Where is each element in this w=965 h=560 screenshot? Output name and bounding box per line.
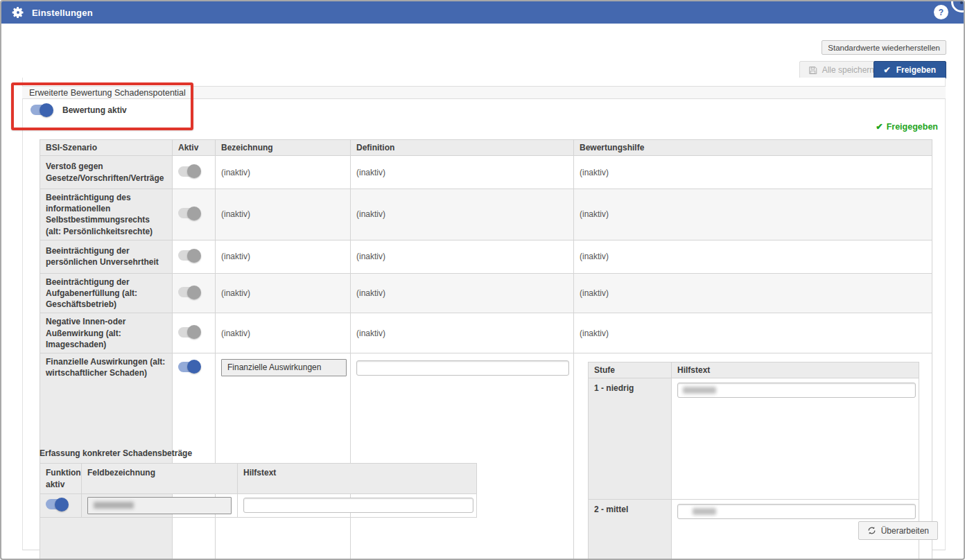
toggle-knob bbox=[187, 249, 201, 263]
scenario-toggle[interactable] bbox=[178, 208, 199, 218]
toggle-knob bbox=[187, 360, 201, 374]
level-hilfstext-input[interactable] bbox=[677, 504, 916, 519]
check-icon: ✔ bbox=[876, 121, 883, 132]
damage-header-row: Funktion aktiv Feldbezeichnung Hilfstext bbox=[40, 464, 477, 494]
scenario-toggle[interactable] bbox=[178, 166, 199, 177]
revise-button[interactable]: Überarbeiten bbox=[858, 521, 938, 540]
section-title: Erweiterte Bewertung Schadenspotential bbox=[29, 88, 186, 98]
toggle-knob bbox=[55, 498, 69, 511]
col-header-definition: Definition bbox=[351, 140, 574, 156]
inactive-text: (inaktiv) bbox=[221, 288, 250, 298]
scenario-name: Beeinträchtigung des informationellen Se… bbox=[40, 189, 173, 240]
inactive-text: (inaktiv) bbox=[580, 168, 609, 177]
master-toggle-row: Bewertung aktiv bbox=[31, 105, 127, 115]
col-header-bewertungshilfe: Bewertungshilfe bbox=[574, 140, 932, 156]
revise-label: Überarbeiten bbox=[881, 526, 929, 536]
col-header-aktiv: Aktiv bbox=[173, 140, 216, 156]
levels-header-row: Stufe Hilfstext bbox=[589, 362, 919, 378]
inactive-text: (inaktiv) bbox=[356, 329, 385, 338]
table-header-row: BSI-Szenario Aktiv Bezeichnung Definitio… bbox=[40, 140, 932, 156]
corner-badge-icon bbox=[951, 0, 965, 12]
redacted-text bbox=[94, 502, 134, 509]
scenario-toggle[interactable] bbox=[178, 362, 199, 372]
save-all-button[interactable]: Alle speichern bbox=[799, 61, 883, 79]
level-hilfstext-input[interactable] bbox=[677, 383, 916, 398]
scenario-name: Beeinträchtigung der Aufgabenerfüllung (… bbox=[40, 273, 173, 313]
definition-input[interactable] bbox=[356, 360, 569, 376]
table-row: Verstoß gegen Gesetze/Vorschriften/Vertr… bbox=[40, 156, 932, 189]
toggle-knob bbox=[40, 103, 53, 117]
inactive-text: (inaktiv) bbox=[580, 329, 609, 338]
released-label: Freigegeben bbox=[887, 122, 938, 132]
inactive-text: (inaktiv) bbox=[580, 252, 609, 261]
save-all-label: Alle speichern bbox=[822, 65, 874, 75]
bezeichnung-input[interactable] bbox=[221, 359, 347, 376]
app-window: Einstellungen ? Standardwerte wiederhers… bbox=[0, 0, 965, 560]
inactive-text: (inaktiv) bbox=[356, 168, 385, 177]
refresh-icon bbox=[867, 526, 876, 535]
inactive-text: (inaktiv) bbox=[580, 209, 609, 219]
release-label: Freigeben bbox=[896, 65, 936, 75]
toggle-knob bbox=[187, 286, 201, 299]
level-label: 2 - mittel bbox=[589, 499, 672, 560]
inactive-text: (inaktiv) bbox=[580, 288, 609, 298]
col-header-funktion-aktiv: Funktion aktiv bbox=[40, 464, 82, 494]
feldbezeichnung-input[interactable] bbox=[87, 497, 232, 514]
top-bar: Einstellungen ? bbox=[1, 1, 964, 24]
damage-row bbox=[40, 493, 477, 517]
status-badge: ✔ Freigegeben bbox=[876, 121, 938, 132]
scenario-name: Beeinträchtigung der persönlichen Unvers… bbox=[40, 240, 173, 273]
col-header-bezeichnung: Bezeichnung bbox=[216, 140, 351, 156]
inactive-text: (inaktiv) bbox=[221, 209, 250, 219]
bewertung-aktiv-toggle[interactable] bbox=[31, 105, 51, 115]
gear-icon bbox=[11, 6, 25, 19]
hilfstext-input[interactable] bbox=[243, 498, 473, 513]
scenario-toggle[interactable] bbox=[178, 250, 199, 261]
toggle-knob bbox=[187, 325, 201, 339]
release-button[interactable]: ✔ Freigeben bbox=[873, 61, 946, 79]
col-header-feldbezeichnung: Feldbezeichnung bbox=[82, 464, 238, 494]
level-label: 1 - niedrig bbox=[589, 378, 672, 499]
damage-section-title: Erfassung konkreter Schadensbeträge bbox=[40, 448, 192, 458]
toggle-knob bbox=[187, 164, 201, 178]
damage-table: Funktion aktiv Feldbezeichnung Hilfstext bbox=[40, 463, 477, 518]
level-row: 1 - niedrig bbox=[589, 378, 919, 499]
page-title: Einstellungen bbox=[32, 8, 93, 18]
scenario-name: Negative Innen-oder Außenwirkung (alt: I… bbox=[40, 313, 173, 353]
inactive-text: (inaktiv) bbox=[221, 329, 250, 338]
restore-defaults-button[interactable]: Standardwerte wiederherstellen bbox=[821, 40, 946, 55]
col-header-bsi-szenario: BSI-Szenario bbox=[40, 140, 173, 156]
table-row: Beeinträchtigung des informationellen Se… bbox=[40, 189, 932, 240]
inactive-text: (inaktiv) bbox=[356, 288, 385, 298]
help-icon[interactable]: ? bbox=[934, 5, 948, 19]
inactive-text: (inaktiv) bbox=[221, 252, 250, 261]
scenario-toggle[interactable] bbox=[178, 327, 199, 338]
table-row: Beeinträchtigung der persönlichen Unvers… bbox=[40, 240, 932, 273]
scenario-toggle[interactable] bbox=[178, 287, 199, 297]
col-header-stufe: Stufe bbox=[589, 362, 672, 378]
col-header-hilfstext: Hilfstext bbox=[672, 362, 919, 378]
redacted-text bbox=[693, 508, 716, 515]
inactive-text: (inaktiv) bbox=[356, 209, 385, 219]
scenario-name: Verstoß gegen Gesetze/Vorschriften/Vertr… bbox=[40, 156, 173, 189]
col-header-hilfstext: Hilfstext bbox=[238, 464, 477, 494]
toggle-knob bbox=[187, 207, 201, 220]
funktion-aktiv-toggle[interactable] bbox=[46, 499, 67, 509]
inactive-text: (inaktiv) bbox=[356, 252, 385, 261]
table-row: Beeinträchtigung der Aufgabenerfüllung (… bbox=[40, 273, 932, 313]
redacted-text bbox=[683, 387, 716, 394]
master-toggle-label: Bewertung aktiv bbox=[62, 105, 127, 115]
floppy-disk-icon bbox=[808, 66, 817, 75]
check-icon: ✔ bbox=[884, 65, 891, 75]
section-header: Erweiterte Bewertung Schadenspotential bbox=[22, 86, 946, 99]
table-row: Negative Innen-oder Außenwirkung (alt: I… bbox=[40, 313, 932, 353]
inactive-text: (inaktiv) bbox=[221, 168, 250, 177]
